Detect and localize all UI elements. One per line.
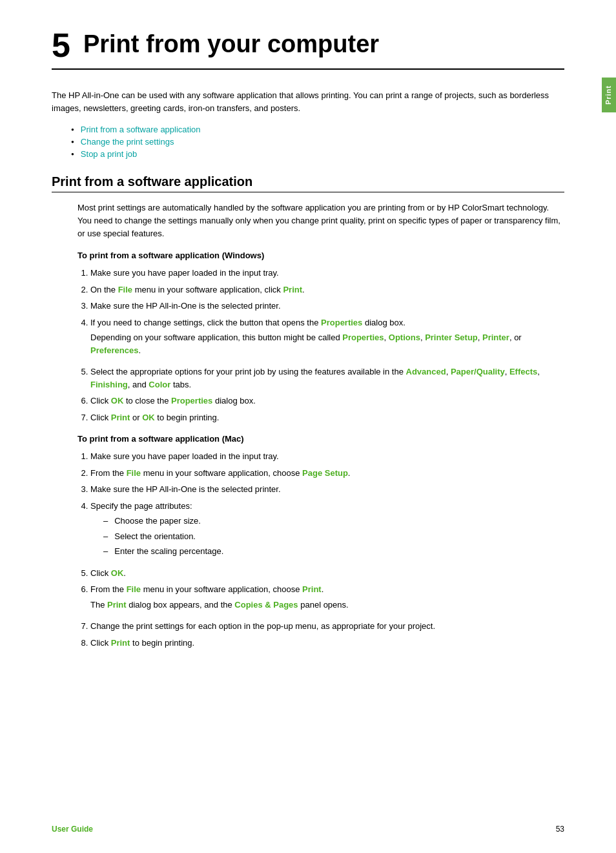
chapter-number: 5 bbox=[52, 26, 70, 62]
windows-step-5: Select the appropriate options for your … bbox=[90, 365, 564, 391]
footer: User Guide 53 bbox=[52, 825, 564, 834]
toc-item-1[interactable]: Print from a software application bbox=[71, 125, 564, 134]
sub-item-scaling: Enter the scaling percentage. bbox=[103, 545, 564, 558]
page: Print 5 Print from your computer The HP … bbox=[0, 0, 616, 853]
sidebar-tab: Print bbox=[602, 77, 616, 112]
windows-step-4-subtext: Depending on your software application, … bbox=[90, 331, 564, 356]
mac-step-2: From the File menu in your software appl… bbox=[90, 467, 564, 480]
windows-step-2: On the File menu in your software applic… bbox=[90, 283, 564, 296]
sub-item-orientation: Select the orientation. bbox=[103, 530, 564, 543]
footer-right: 53 bbox=[556, 825, 564, 834]
mac-step-5: Click OK. bbox=[90, 567, 564, 580]
mac-step-1: Make sure you have paper loaded in the i… bbox=[90, 450, 564, 463]
mac-step-7: Change the print settings for each optio… bbox=[90, 620, 564, 633]
mac-step-4-sublist: Choose the paper size. Select the orient… bbox=[103, 515, 564, 558]
section1-intro: Most print settings are automatically ha… bbox=[77, 201, 564, 240]
mac-step-6-subtext: The Print dialog box appears, and the Co… bbox=[90, 599, 564, 611]
chapter-title: Print from your computer bbox=[83, 26, 379, 58]
windows-step-3: Make sure the HP All-in-One is the selec… bbox=[90, 300, 564, 313]
toc-item-2[interactable]: Change the print settings bbox=[71, 137, 564, 147]
toc-list: Print from a software application Change… bbox=[71, 125, 564, 159]
chapter-header: 5 Print from your computer bbox=[52, 26, 564, 70]
toc-item-3[interactable]: Stop a print job bbox=[71, 149, 564, 159]
mac-steps-list: Make sure you have paper loaded in the i… bbox=[90, 450, 564, 649]
sub-item-paper-size: Choose the paper size. bbox=[103, 515, 564, 528]
toc-link-1[interactable]: Print from a software application bbox=[81, 125, 201, 134]
mac-step-6: From the File menu in your software appl… bbox=[90, 583, 564, 611]
mac-step-4: Specify the page attributes: Choose the … bbox=[90, 500, 564, 558]
section1-heading: Print from a software application bbox=[52, 174, 564, 192]
windows-steps-list: Make sure you have paper loaded in the i… bbox=[90, 267, 564, 424]
windows-subheading: To print from a software application (Wi… bbox=[77, 251, 564, 260]
mac-step-3: Make sure the HP All-in-One is the selec… bbox=[90, 483, 564, 496]
sidebar-tab-label: Print bbox=[604, 85, 612, 105]
toc-link-2[interactable]: Change the print settings bbox=[81, 137, 174, 147]
windows-step-4: If you need to change settings, click th… bbox=[90, 316, 564, 357]
windows-step-7: Click Print or OK to begin printing. bbox=[90, 411, 564, 424]
windows-step-1: Make sure you have paper loaded in the i… bbox=[90, 267, 564, 280]
toc-link-3[interactable]: Stop a print job bbox=[81, 149, 137, 159]
windows-step-6: Click OK to close the Properties dialog … bbox=[90, 395, 564, 407]
mac-step-8: Click Print to begin printing. bbox=[90, 637, 564, 650]
footer-left: User Guide bbox=[52, 825, 93, 834]
mac-subheading: To print from a software application (Ma… bbox=[77, 434, 564, 444]
intro-text: The HP All-in-One can be used with any s… bbox=[52, 89, 564, 114]
